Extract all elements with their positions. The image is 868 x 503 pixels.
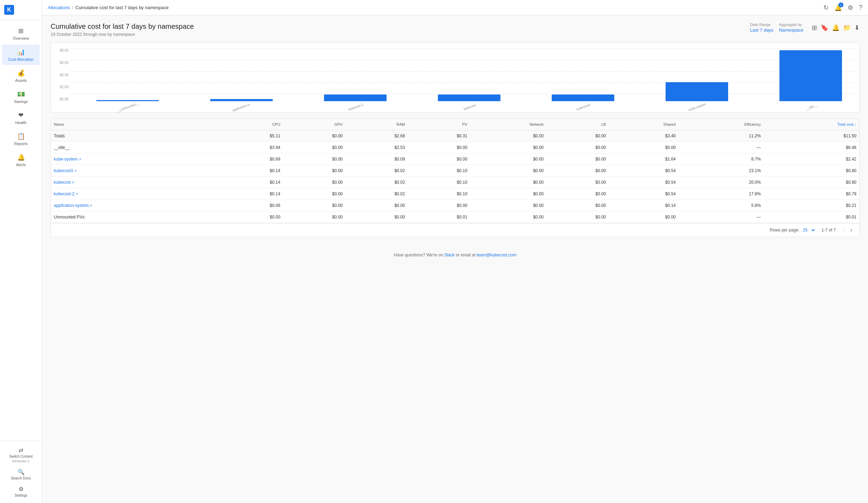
col-header-lb[interactable]: LB — [546, 119, 609, 130]
cell-network-4: $0.00 — [470, 188, 546, 200]
chart-bar — [96, 100, 159, 101]
bar-group[interactable]: application-s... — [184, 48, 298, 101]
col-header-efficiency[interactable]: Efficiency — [679, 119, 764, 130]
alert-icon[interactable]: 🔔 — [832, 24, 840, 32]
col-header-name[interactable]: Name — [51, 119, 221, 130]
y-axis-label: $2.00 — [57, 85, 71, 89]
col-header-network[interactable]: Network — [470, 119, 546, 130]
col-header-total_cost[interactable]: Total cost ↓ — [764, 119, 859, 130]
sidebar-item-assets[interactable]: 💰 Assets — [2, 66, 40, 86]
aggregate-by-control: Aggregate by Namespace — [779, 22, 803, 33]
email-link[interactable]: team@kubecost.com — [477, 253, 516, 257]
filter-icon[interactable]: ⊞ — [812, 24, 817, 32]
table-footer: Rows per page: 25 50 100 1-7 of 7 ‹ › — [51, 223, 859, 237]
sidebar-logo: K — [0, 0, 42, 20]
col-header-ram[interactable]: RAM — [345, 119, 408, 130]
alerts-icon: 🔔 — [17, 153, 25, 161]
table-row: Unmounted PVs$0.00$0.00$0.00$0.01$0.00$0… — [51, 211, 859, 223]
slack-link[interactable]: Slack — [444, 253, 454, 257]
cell-shared-6: $0.00 — [609, 211, 678, 223]
sidebar-item-reports-label: Reports — [14, 142, 28, 146]
table-row: __idle__$3.94$0.00$2.53$0.00$0.00$0.00$0… — [51, 142, 859, 153]
rows-per-page-select[interactable]: 25 50 100 — [802, 227, 816, 233]
sidebar-item-alerts[interactable]: 🔔 Alerts — [2, 150, 40, 170]
chart-bar — [666, 82, 728, 101]
bar-group[interactable]: __unmounted__ — [71, 48, 184, 101]
cell-network-6: $0.00 — [470, 211, 546, 223]
cell-pv-2: $0.10 — [408, 165, 470, 177]
date-range-label: Date Range — [750, 22, 773, 27]
y-axis-label: $4.00 — [57, 73, 71, 77]
next-page-button[interactable]: › — [849, 226, 854, 234]
search-docs-button[interactable]: 🔍 Search Docs — [0, 466, 42, 483]
download-icon[interactable]: ⬇ — [854, 24, 860, 32]
bar-group[interactable]: kubecost3 — [526, 48, 640, 101]
table-row: kubecost↗$0.14$0.00$0.02$0.10$0.00$0.00$… — [51, 177, 859, 188]
date-range-value[interactable]: Last 7 days — [750, 27, 773, 33]
cost-allocation-icon: 📊 — [17, 48, 25, 56]
col-header-pv[interactable]: PV — [408, 119, 470, 130]
cell-ram-1: $0.09 — [345, 153, 408, 165]
cell-name-4[interactable]: kubecost-2↗ — [51, 188, 221, 200]
sidebar-item-overview[interactable]: ⊞ Overview — [2, 24, 40, 44]
rows-per-page-label: Rows per page: — [770, 228, 799, 233]
cell-network-0: $0.00 — [470, 142, 546, 153]
external-link-icon: ↗ — [74, 169, 77, 173]
switch-context-button[interactable]: ⇄ Switch Context linhcluster-2 — [0, 444, 42, 466]
cell-name-1[interactable]: kube-system↗ — [51, 153, 221, 165]
bar-group[interactable]: kube-system — [640, 48, 754, 101]
row-name-link[interactable]: kubecost3 — [54, 168, 73, 173]
cell-shared-1: $1.64 — [609, 153, 678, 165]
cell-shared-0: $0.00 — [609, 142, 678, 153]
cell-name-5[interactable]: application-system↗ — [51, 200, 221, 211]
footer-text: Have questions? We're on — [394, 253, 444, 257]
sidebar-item-reports[interactable]: 📋 Reports — [2, 129, 40, 149]
folder-icon[interactable]: 📁 — [843, 24, 851, 32]
sidebar-item-savings[interactable]: 💵 Savings — [2, 87, 40, 107]
notifications-button[interactable]: 🔔 1 — [834, 4, 842, 12]
bar-group[interactable]: kubecost-2 — [298, 48, 412, 101]
y-axis-label: $6.00 — [57, 61, 71, 65]
cell-name-2[interactable]: kubecost3↗ — [51, 165, 221, 177]
row-name-link[interactable]: kube-system — [54, 157, 78, 162]
refresh-button[interactable]: ↻ — [823, 4, 829, 12]
breadcrumb-allocations-link[interactable]: Allocations — [48, 5, 70, 10]
allocations-table: NameCPUGPURAMPVNetworkLBSharedEfficiency… — [51, 119, 859, 223]
cell-name-3[interactable]: kubecost↗ — [51, 177, 221, 188]
cell-efficiency-1: 8.7% — [679, 153, 764, 165]
cell-cpu-0: $3.94 — [221, 142, 283, 153]
y-axis-label: $8.00 — [57, 48, 71, 52]
bar-group[interactable]: kubecost — [412, 48, 526, 101]
bar-label: application-s... — [232, 102, 252, 112]
totals-cell-gpu: $0.00 — [283, 130, 345, 142]
table-row: kubecost-2↗$0.14$0.00$0.02$0.10$0.00$0.0… — [51, 188, 859, 200]
aggregate-by-value[interactable]: Namespace — [779, 27, 803, 33]
breadcrumb-current: Cumulative cost for last 7 days by names… — [76, 5, 169, 10]
col-header-gpu[interactable]: GPU — [283, 119, 345, 130]
sidebar-item-savings-label: Savings — [14, 99, 28, 104]
gear-button[interactable]: ⚙ — [848, 4, 853, 12]
y-axis-label: $0.00 — [57, 97, 71, 101]
help-button[interactable]: ? — [859, 4, 862, 11]
sidebar-item-overview-label: Overview — [13, 36, 29, 40]
cell-gpu-0: $0.00 — [283, 142, 345, 153]
reports-icon: 📋 — [17, 132, 25, 140]
col-header-shared[interactable]: Shared — [609, 119, 678, 130]
col-header-cpu[interactable]: CPU — [221, 119, 283, 130]
row-name-link[interactable]: kubecost — [54, 180, 71, 185]
row-name-link[interactable]: kubecost-2 — [54, 191, 75, 196]
sidebar: K ⊞ Overview 📊 Cost Allocation 💰 Assets … — [0, 0, 42, 503]
bar-label: kube-system — [688, 102, 706, 112]
row-name-link[interactable]: application-system — [54, 203, 89, 208]
table-header-row: NameCPUGPURAMPVNetworkLBSharedEfficiency… — [51, 119, 859, 130]
bar-group[interactable]: __idle__ — [754, 48, 868, 101]
settings-button[interactable]: ⚙ Settings — [0, 483, 42, 500]
topbar-actions: ↻ 🔔 1 ⚙ ? — [823, 4, 862, 12]
page-subtitle: 19 October 2022 through now by namespace — [51, 32, 194, 37]
bookmark-icon[interactable]: 🔖 — [821, 24, 828, 32]
sidebar-item-cost-allocation[interactable]: 📊 Cost Allocation — [2, 45, 40, 65]
sidebar-item-health[interactable]: ❤ Health — [2, 108, 40, 128]
cell-total_cost-2: $0.80 — [764, 165, 859, 177]
bar-label: kubecost-2 — [348, 103, 364, 111]
prev-page-button[interactable]: ‹ — [841, 226, 846, 234]
